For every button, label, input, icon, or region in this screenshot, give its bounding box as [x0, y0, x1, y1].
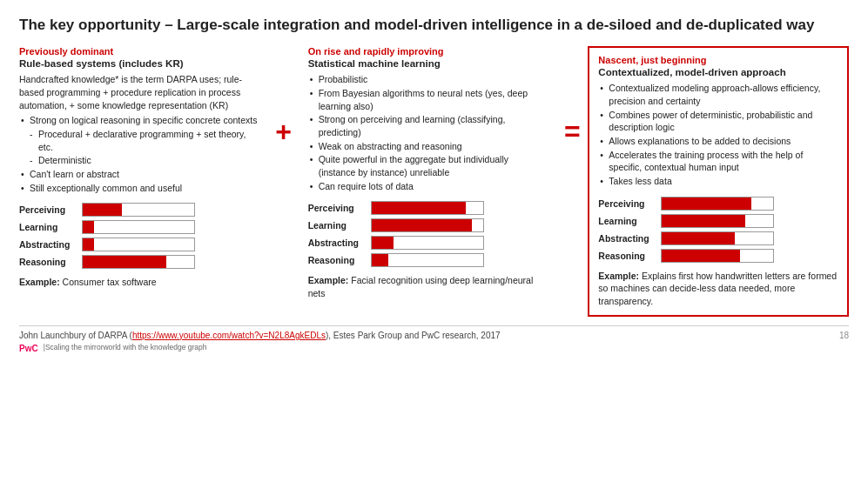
col2-bar-learning-fill [372, 219, 472, 231]
col2-bar-reasoning-fill [372, 254, 388, 266]
col3-category-label: Nascent, just beginning [598, 55, 838, 65]
col1-bar-label-perceiving: Perceiving [19, 204, 82, 215]
col3-example-bold: Example: [598, 271, 642, 281]
col2-category-label: On rise and rapidly improving [308, 46, 548, 57]
col2-bar-reasoning-container [371, 253, 484, 267]
col3-bar-learning-container [661, 214, 774, 228]
col2-bullets: Probabilistic From Bayesian algorithms t… [308, 73, 548, 192]
col2-example-bold: Example: [308, 275, 352, 285]
col1-bullet-3: Deterministic [19, 154, 259, 167]
pwc-logo: PwC [19, 344, 38, 353]
col1-bar-reasoning-fill [83, 256, 166, 268]
col2-bar-abstracting-container [371, 236, 484, 250]
col3-bar-learning-fill [662, 215, 745, 227]
col1-bar-reasoning-container [82, 255, 195, 269]
col3-bar-label-learning: Learning [598, 216, 661, 226]
col1-example-bold: Example: [19, 277, 63, 287]
col2-bullet-3: Strong on perceiving and learning (class… [308, 113, 548, 138]
col2-bullet-6: Can require lots of data [308, 180, 548, 193]
col1-bar-learning: Learning [19, 220, 259, 234]
col2-section-title: Statistical machine learning [308, 58, 548, 69]
col1-bullet-4: Can't learn or abstract [19, 168, 259, 181]
col3-bar-reasoning-empty [740, 250, 773, 262]
column-nascent: Nascent, just beginning Contextualized, … [588, 46, 849, 317]
col1-bar-learning-container [82, 220, 195, 234]
col1-bar-perceiving-empty [122, 204, 194, 216]
col2-bar-label-reasoning: Reasoning [308, 255, 371, 265]
col3-bar-label-abstracting: Abstracting [598, 233, 661, 244]
col1-bar-chart: Perceiving Learning Abstracting [19, 203, 259, 269]
col3-bullet-2: Combines power of deterministic, probabi… [598, 109, 838, 134]
footer: John Launchbury of DARPA (https://www.yo… [19, 325, 849, 353]
column-previously-dominant: Previously dominant Rule-based systems (… [19, 46, 268, 289]
col1-bar-perceiving-container [82, 203, 195, 217]
col3-bar-reasoning: Reasoning [598, 249, 838, 263]
col2-bar-label-perceiving: Perceiving [308, 203, 371, 213]
col1-bar-reasoning: Reasoning [19, 255, 259, 269]
col3-example: Example: Explains first how handwritten … [598, 270, 838, 308]
col3-bar-abstracting: Abstracting [598, 231, 838, 245]
col2-bar-perceiving-container [371, 201, 484, 215]
col2-bar-abstracting-empty [394, 237, 482, 249]
col2-bar-label-learning: Learning [308, 220, 371, 231]
col1-bar-learning-fill [83, 221, 94, 233]
col3-bar-label-perceiving: Perceiving [598, 198, 661, 209]
col3-bar-learning-empty [745, 215, 773, 227]
col3-bar-abstracting-fill [662, 232, 734, 244]
col3-bar-abstracting-container [661, 231, 774, 245]
col1-content: Handcrafted knowledge* is the term DARPA… [19, 73, 259, 111]
col1-bullet-2: Procedural + declarative programming + s… [19, 128, 259, 153]
slide-number: 18 [839, 331, 849, 340]
col1-bar-learning-empty [94, 221, 194, 233]
col2-bar-learning: Learning [308, 218, 548, 232]
col1-example-text: Consumer tax software [63, 277, 157, 287]
column-on-rise: On rise and rapidly improving Statistica… [299, 46, 557, 300]
col3-bar-reasoning-fill [662, 250, 740, 262]
columns-container: Previously dominant Rule-based systems (… [19, 46, 849, 317]
col1-bullet-5: Still exceptionally common and useful [19, 182, 259, 195]
col1-bullet-1: Strong on logical reasoning in specific … [19, 114, 259, 127]
col1-bar-abstracting-container [82, 238, 195, 251]
col3-bar-chart: Perceiving Learning Abstracting [598, 197, 838, 263]
col2-bar-label-abstracting: Abstracting [308, 238, 371, 248]
footer-text-before: John Launchbury of DARPA ( [19, 331, 132, 340]
col2-bullet-1: Probabilistic [308, 73, 548, 86]
col2-bar-perceiving: Perceiving [308, 201, 548, 215]
col1-example: Example: Consumer tax software [19, 276, 259, 289]
col2-bar-perceiving-fill [372, 202, 467, 214]
col2-bullet-2: From Bayesian algorithms to neural nets … [308, 87, 548, 112]
col1-bar-perceiving-fill [83, 204, 122, 216]
col1-bar-reasoning-empty [166, 256, 194, 268]
col2-bullet-5: Quite powerful in the aggregate but indi… [308, 153, 548, 178]
col3-bar-label-reasoning: Reasoning [598, 251, 661, 261]
col2-bar-reasoning-empty [388, 254, 483, 266]
col3-bar-perceiving: Perceiving [598, 197, 838, 211]
col3-bullet-1: Contextualized modeling approach-allows … [598, 82, 838, 107]
col1-bar-abstracting: Abstracting [19, 238, 259, 251]
col3-bar-reasoning-container [661, 249, 774, 263]
col1-bar-label-learning: Learning [19, 222, 82, 232]
col1-category-label: Previously dominant [19, 46, 259, 57]
main-title: The key opportunity – Large-scale integr… [19, 16, 849, 34]
footer-link[interactable]: https://www.youtube.com/watch?v=N2L8AgkE… [132, 331, 326, 340]
col3-bullets: Contextualized modeling approach-allows … [598, 82, 838, 188]
col2-bar-chart: Perceiving Learning Abstracting [308, 201, 548, 267]
col2-example: Example: Facial recognition using deep l… [308, 274, 548, 299]
footer-text-after: ), Estes Park Group and PwC research, 20… [326, 331, 501, 340]
col1-bar-abstracting-empty [94, 238, 194, 251]
slide-container: The key opportunity – Large-scale integr… [19, 16, 849, 353]
col2-bullet-4: Weak on abstracting and reasoning [308, 140, 548, 153]
col3-bullet-5: Takes less data [598, 175, 838, 188]
col1-bar-label-abstracting: Abstracting [19, 239, 82, 250]
operator-plus: + [268, 46, 299, 148]
col3-bar-abstracting-empty [735, 232, 774, 244]
col2-bar-learning-empty [472, 219, 483, 231]
col3-bar-perceiving-empty [751, 197, 774, 210]
col2-bar-perceiving-empty [466, 202, 482, 214]
col1-bar-perceiving: Perceiving [19, 203, 259, 217]
col3-bullet-3: Allows explanations to be added to decis… [598, 135, 838, 148]
col2-bar-learning-container [371, 218, 484, 232]
col2-bar-abstracting: Abstracting [308, 236, 548, 250]
col3-bar-learning: Learning [598, 214, 838, 228]
col3-section-title: Contextualized, model-driven approach [598, 67, 838, 77]
